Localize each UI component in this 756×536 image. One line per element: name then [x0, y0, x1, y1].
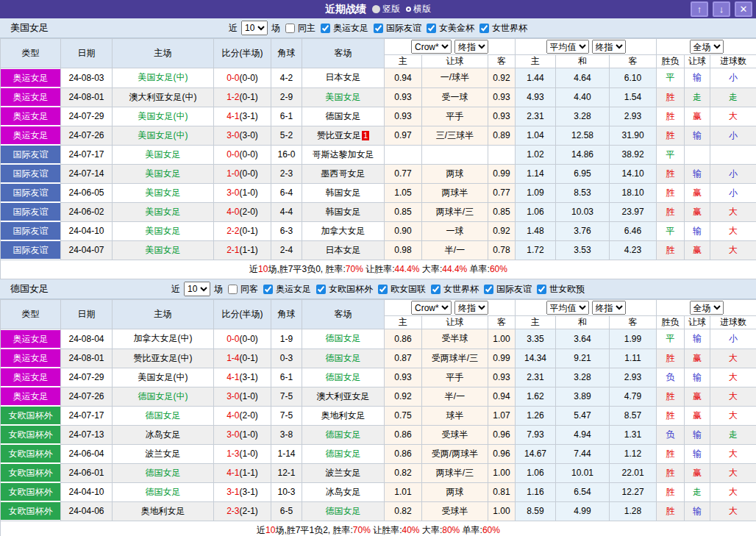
competition-checkbox-4[interactable]: [484, 285, 493, 294]
match-type-cell: 国际友谊: [1, 221, 61, 240]
corner-cell: 0-3: [271, 349, 302, 368]
date-cell: 24-08-04: [61, 329, 113, 349]
match-count-select[interactable]: 10: [241, 21, 268, 35]
competition-checkbox-3[interactable]: [479, 24, 489, 33]
match-type-cell: 女欧国杯外: [1, 425, 61, 444]
competition-checkbox-3[interactable]: [431, 285, 441, 294]
competition-checkbox-0[interactable]: [321, 24, 330, 33]
competition-checkbox-2[interactable]: [378, 285, 388, 294]
sub-column-header: 进球数: [710, 55, 756, 68]
summary-segment: 单率:: [467, 264, 490, 274]
fulltime-score: 2-1: [227, 245, 239, 255]
away-team-name: 波兰女足: [326, 468, 361, 478]
corner-cell: 6-5: [271, 501, 302, 521]
goals-result-cell: [710, 145, 756, 164]
match-type-cell: 国际友谊: [1, 145, 61, 164]
final-odds-select[interactable]: 终指: [454, 301, 488, 315]
avg-home-odds-cell: 1.16: [516, 482, 556, 501]
competition-checkbox-1[interactable]: [316, 285, 326, 294]
scroll-up-button[interactable]: ↑: [691, 1, 708, 17]
avg-draw-odds-cell: 8.53: [556, 183, 610, 202]
score-cell: 3-0(3-0): [214, 126, 271, 145]
handicap-result-cell: 走: [685, 87, 710, 107]
table-row: 国际友谊24-06-02美国女足4-0(2-0)4-4韩国女足0.85两球半/三…: [1, 202, 756, 221]
scope-select[interactable]: 全场: [690, 301, 724, 315]
table-row: 国际友谊24-07-14美国女足1-0(0-0)2-3墨西哥女足0.77两球0.…: [1, 164, 756, 183]
fulltime-score: 4-1: [227, 468, 239, 478]
halftime-score: (1-0): [240, 429, 258, 440]
team-filter-bar: 美国女足近10场同主奥运女足国际友谊女美金杯女世界杯: [0, 18, 756, 38]
table-row: 奥运女足24-08-03美国女足(中)0-0(0-0)4-2日本女足0.94一/…: [1, 68, 756, 88]
scope-select[interactable]: 全场: [690, 40, 724, 54]
avg-draw-odds-cell: 10.03: [556, 202, 610, 221]
competition-checkbox-2[interactable]: [427, 24, 436, 33]
handicap-cell: 一/球半: [422, 68, 488, 88]
near-label: 近: [171, 283, 180, 296]
final-odds-select-2[interactable]: 终指: [592, 301, 626, 315]
competition-checkbox-1[interactable]: [374, 24, 383, 33]
competition-checkbox-0[interactable]: [263, 285, 273, 294]
final-odds-select-2[interactable]: 终指: [592, 40, 626, 54]
away-odds-cell: 1.00: [488, 329, 516, 349]
scroll-down-button[interactable]: ↓: [713, 1, 730, 17]
avg-draw-odds-cell: 3.53: [556, 240, 610, 260]
home-odds-cell: 0.90: [385, 221, 422, 240]
avg-away-odds-cell: 4.23: [610, 240, 657, 260]
home-team-cell: 奥地利女足: [113, 501, 214, 521]
result-cell: 胜: [657, 387, 685, 406]
halftime-score: (0-0): [240, 334, 258, 344]
date-cell: 24-07-29: [61, 107, 113, 126]
fulltime-score: 2-3: [227, 506, 239, 516]
match-type-cell: 女欧国杯外: [1, 482, 61, 501]
avg-draw-odds-cell: 4.40: [556, 87, 610, 107]
up-arrow-icon: ↑: [697, 4, 702, 15]
away-odds-cell: 1.00: [488, 501, 516, 521]
home-team-cell: 澳大利亚女足(中): [113, 87, 214, 107]
avg-home-odds-cell: 2.31: [516, 107, 556, 126]
column-header: 比分(半场): [214, 300, 271, 329]
score-cell: 4-1(3-1): [214, 107, 271, 126]
halftime-score: (3-1): [240, 111, 258, 121]
away-odds-cell: 0.77: [488, 183, 516, 202]
competition-checkbox-5[interactable]: [537, 285, 546, 294]
radio-vertical[interactable]: 竖版: [372, 3, 400, 15]
summary-segment: 10: [265, 525, 275, 535]
avg-home-odds-cell: 3.35: [516, 329, 556, 349]
sub-column-header: 和: [556, 316, 610, 329]
radio-selected-icon: [372, 5, 380, 13]
close-button[interactable]: ✕: [735, 1, 752, 17]
same-venue-checkbox[interactable]: [285, 24, 295, 33]
away-team-name: 加拿大女足: [321, 226, 365, 236]
away-team-name: 赞比亚女足: [317, 130, 361, 140]
average-odds-select[interactable]: 平均值: [546, 40, 589, 54]
avg-draw-odds-cell: 3.28: [556, 107, 610, 126]
final-odds-select[interactable]: 终指: [454, 40, 488, 54]
handicap-result-cell: 输: [685, 368, 710, 387]
table-body: 奥运女足24-08-03美国女足(中)0-0(0-0)4-2日本女足0.94一/…: [1, 68, 756, 279]
home-odds-cell: 0.97: [385, 126, 422, 145]
handicap-cell: 两球半: [422, 183, 488, 202]
radio-horizontal[interactable]: 横版: [406, 3, 431, 15]
odds-source-select[interactable]: Crow*: [411, 40, 452, 54]
home-team-cell: 加拿大女足(中): [113, 329, 214, 349]
odds-source-select[interactable]: Crow*: [411, 301, 452, 315]
away-team-name: 冰岛女足: [326, 487, 361, 497]
home-team-cell: 美国女足(中): [113, 368, 214, 387]
match-type-cell: 女欧国杯外: [1, 501, 61, 521]
sub-column-header: 进球数: [710, 316, 756, 329]
date-cell: 24-08-01: [61, 87, 113, 107]
same-venue-checkbox[interactable]: [228, 285, 238, 294]
average-odds-select[interactable]: 平均值: [546, 301, 589, 315]
result-cell: 胜: [657, 202, 685, 221]
handicap-result-cell: 赢: [685, 202, 710, 221]
fulltime-score: 3-0: [227, 187, 239, 198]
match-type-label: 奥运女足: [1, 88, 60, 106]
score-cell: 1-4(0-1): [214, 349, 271, 368]
home-team-cell: 美国女足: [113, 183, 214, 202]
match-type-label: 国际友谊: [1, 184, 60, 201]
result-cell: 负: [657, 368, 685, 387]
match-count-select[interactable]: 10: [184, 282, 210, 296]
match-type-label: 女欧国杯外: [1, 464, 60, 482]
away-team-name: 美国女足: [326, 92, 361, 102]
handicap-result-cell: [685, 145, 710, 164]
